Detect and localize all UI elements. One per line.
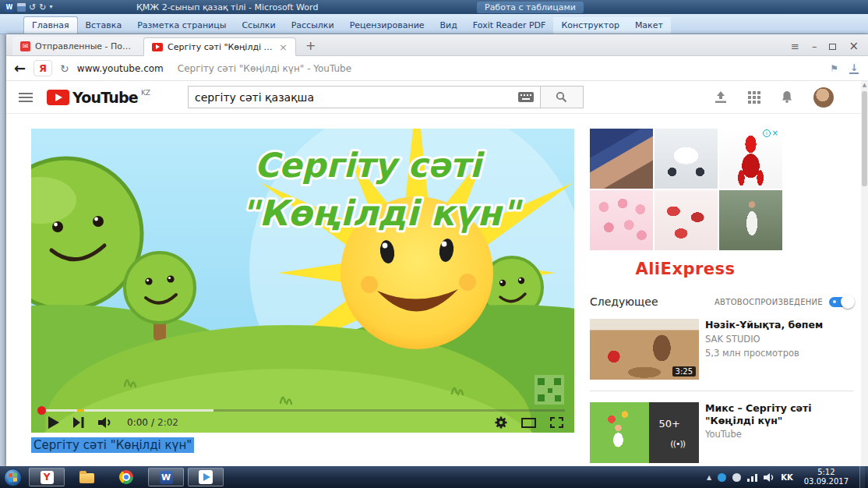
taskbar-yandex-browser[interactable]: Y bbox=[29, 468, 65, 486]
settings-gear-icon[interactable] bbox=[495, 416, 507, 429]
page-scrollbar[interactable]: ▲ bbox=[861, 81, 868, 466]
tab-close-icon[interactable]: × bbox=[279, 41, 288, 53]
theater-mode-icon[interactable] bbox=[521, 418, 536, 428]
browser-tab-youtube[interactable]: Сергіту сәті "Көңілді күн" × bbox=[143, 37, 296, 56]
mix-thumbnail[interactable]: 50+ ((•)) bbox=[590, 402, 699, 463]
up-next-label: Следующее bbox=[590, 295, 658, 308]
apps-grid-icon[interactable] bbox=[748, 91, 760, 104]
scrollbar-thumb[interactable] bbox=[862, 91, 867, 186]
ribbon-tab-mailings[interactable]: Рассылки bbox=[284, 17, 342, 34]
ad-brand-link[interactable]: AliExpress bbox=[590, 260, 781, 278]
upload-icon[interactable] bbox=[714, 91, 728, 104]
ribbon-tab-home[interactable]: Главная bbox=[23, 16, 78, 34]
suggestion-item[interactable]: 50+ ((•)) Микс – Сергіту сәті "Көңілді к… bbox=[590, 402, 853, 463]
ad-marker bbox=[77, 409, 84, 412]
progress-bar[interactable] bbox=[41, 409, 565, 412]
ribbon-tab-view[interactable]: Вид bbox=[432, 17, 465, 34]
word-titlebar: W ↺ ↻ ▾ ҚМЖ 2-сынып қазақ тілі - Microso… bbox=[0, 0, 868, 14]
address-bar[interactable]: www.youtube.com Сергіту сәті "Көңілді кү… bbox=[77, 63, 822, 74]
undo-icon[interactable]: ↺ bbox=[29, 3, 36, 12]
autoplay-toggle[interactable] bbox=[829, 297, 853, 307]
youtube-header-actions bbox=[714, 87, 856, 108]
maximize-button[interactable] bbox=[829, 44, 836, 50]
volume-tray-icon[interactable] bbox=[764, 473, 774, 482]
windows-flag-icon bbox=[9, 472, 17, 482]
taskbar-media-player[interactable] bbox=[188, 468, 224, 486]
tray-app-icon[interactable] bbox=[732, 473, 741, 482]
taskbar-clock[interactable]: 5:12 03.09.2017 bbox=[799, 468, 853, 487]
ad-thumbnail[interactable] bbox=[719, 129, 782, 189]
ribbon-tab-foxit[interactable]: Foxit Reader PDF bbox=[465, 17, 554, 34]
browser-menu-icon[interactable]: ≡ bbox=[791, 41, 799, 51]
youtube-header: YouTube KZ bbox=[6, 81, 868, 114]
avatar[interactable] bbox=[813, 87, 834, 108]
youtube-logo[interactable]: YouTube KZ bbox=[47, 89, 150, 106]
search-box bbox=[188, 86, 540, 108]
suggestion-thumbnail[interactable]: 3:25 bbox=[590, 319, 699, 380]
playhead[interactable] bbox=[37, 406, 46, 415]
suggestion-title[interactable]: Микс – Сергіту сәті "Көңілді күн" bbox=[705, 402, 853, 426]
ad-thumbnail[interactable] bbox=[719, 190, 782, 250]
notifications-bell-icon[interactable] bbox=[781, 90, 793, 104]
ad-info-icon[interactable]: i bbox=[763, 129, 771, 137]
ad-thumbnail[interactable] bbox=[655, 190, 718, 250]
refresh-icon[interactable]: ↻ bbox=[60, 62, 69, 75]
toolbar-icons: ⚑ ↓ bbox=[830, 63, 860, 74]
quick-access-dropdown-icon[interactable]: ▾ bbox=[49, 4, 52, 10]
ad-thumbnail[interactable] bbox=[655, 129, 718, 189]
suggestion-views: 5,3 млн просмотров bbox=[705, 348, 853, 359]
new-tab-button[interactable]: + bbox=[296, 38, 325, 55]
show-desktop-button[interactable] bbox=[859, 466, 865, 488]
download-icon[interactable]: ↓ bbox=[849, 63, 859, 74]
ribbon-tab-layout[interactable]: Макет bbox=[627, 17, 671, 34]
search-button[interactable] bbox=[540, 86, 584, 108]
suggestion-channel: SAK STUDIO bbox=[705, 334, 853, 345]
scrollbar-up-icon[interactable]: ▲ bbox=[861, 81, 868, 90]
start-button[interactable] bbox=[0, 466, 25, 488]
youtube-region-label: KZ bbox=[141, 89, 150, 97]
taskbar-explorer[interactable] bbox=[69, 468, 104, 486]
ribbon-tab-design[interactable]: Конструктор bbox=[553, 17, 626, 34]
browser-tab-mail[interactable]: ✉ Отправленные - Почта Ma bbox=[12, 37, 143, 55]
search-input[interactable] bbox=[195, 91, 518, 104]
search-icon bbox=[556, 91, 567, 103]
back-icon[interactable]: ← bbox=[14, 60, 26, 76]
save-icon[interactable] bbox=[17, 3, 26, 12]
ribbon-tab-references[interactable]: Ссылки bbox=[234, 17, 283, 34]
taskbar-time: 5:12 bbox=[817, 468, 834, 476]
network-icon[interactable] bbox=[747, 473, 757, 482]
video-overlay-title-line2: "Көңілді күн" bbox=[241, 193, 523, 234]
taskbar-chrome[interactable] bbox=[108, 468, 144, 486]
sidebar-divider bbox=[590, 391, 853, 391]
close-button[interactable]: × bbox=[849, 41, 859, 52]
language-indicator[interactable]: KK bbox=[781, 473, 793, 482]
redo-icon[interactable]: ↻ bbox=[39, 3, 46, 12]
ad-close-icon[interactable]: × bbox=[772, 129, 778, 137]
ad-thumbnail[interactable] bbox=[590, 190, 653, 250]
browser-window: ✉ Отправленные - Почта Ma Сергіту сәті "… bbox=[6, 34, 868, 466]
ribbon-tab-insert[interactable]: Вставка bbox=[78, 17, 130, 34]
hamburger-menu-icon[interactable] bbox=[19, 93, 33, 102]
video-page-title[interactable]: Сергіту сәті "Көңілді күн" bbox=[31, 437, 194, 453]
tray-app-icon[interactable] bbox=[718, 473, 726, 482]
volume-icon[interactable] bbox=[98, 417, 113, 428]
suggestion-title[interactable]: Нәзік-Ұйықта, бөпем bbox=[705, 319, 853, 331]
yandex-button[interactable]: Я bbox=[34, 60, 52, 76]
play-icon[interactable] bbox=[48, 416, 59, 429]
taskbar-word[interactable]: W bbox=[148, 468, 184, 486]
ribbon-tab-review[interactable]: Рецензирование bbox=[342, 17, 432, 34]
minimize-button[interactable]: – bbox=[812, 41, 817, 51]
ribbon-tab-page-layout[interactable]: Разметка страницы bbox=[129, 17, 234, 34]
ad-thumbnail[interactable] bbox=[590, 129, 653, 189]
suggestion-item[interactable]: 3:25 Нәзік-Ұйықта, бөпем SAK STUDIO 5,3 … bbox=[590, 319, 853, 380]
ad-banner[interactable]: i × bbox=[590, 129, 781, 250]
next-icon[interactable] bbox=[73, 417, 84, 428]
system-tray: ▲ KK 5:12 03.09.2017 bbox=[707, 466, 868, 488]
word-app-icon[interactable]: W bbox=[5, 2, 14, 12]
word-icon: W bbox=[160, 471, 173, 484]
video-player[interactable]: Сергіту сәті "Көңілді күн" bbox=[31, 129, 574, 433]
hidden-icons-arrow[interactable]: ▲ bbox=[707, 474, 711, 481]
fullscreen-icon[interactable] bbox=[550, 417, 563, 428]
keyboard-icon[interactable] bbox=[518, 92, 534, 102]
bookmark-flag-icon[interactable]: ⚑ bbox=[830, 63, 838, 74]
